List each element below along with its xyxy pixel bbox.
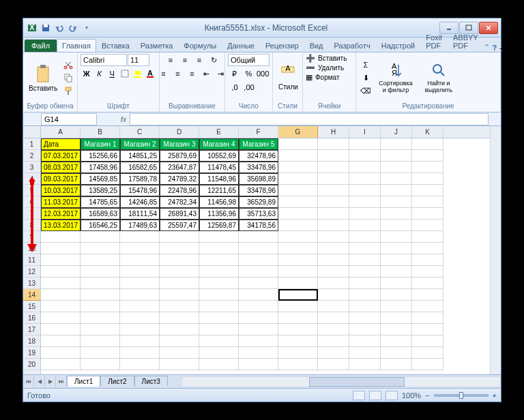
cell[interactable] [239, 312, 278, 324]
cell[interactable] [318, 359, 349, 370]
cell[interactable] [412, 324, 443, 335]
bold-icon[interactable]: Ж [81, 68, 93, 80]
inc-decimal-icon[interactable]: ,0 [228, 81, 242, 93]
cell[interactable] [318, 162, 349, 173]
cell[interactable] [160, 243, 199, 254]
excel-icon[interactable]: X [26, 22, 38, 34]
cell[interactable] [278, 231, 318, 243]
cell[interactable] [81, 231, 120, 243]
cell[interactable] [381, 289, 412, 301]
column-header[interactable]: J [381, 126, 412, 138]
cell[interactable] [318, 173, 349, 185]
tab-insert[interactable]: Вставка [96, 39, 135, 52]
cell[interactable]: 13589,25 [81, 185, 120, 196]
cell[interactable]: 16582,65 [120, 162, 160, 173]
column-header[interactable]: G [278, 126, 318, 138]
cell[interactable] [278, 359, 318, 370]
cell[interactable] [278, 162, 318, 173]
cell[interactable] [318, 185, 349, 196]
cell[interactable]: Магазин 4 [199, 138, 239, 150]
dec-decimal-icon[interactable]: ,00 [242, 81, 256, 93]
cell[interactable] [239, 243, 278, 254]
cell[interactable] [278, 335, 318, 347]
cell[interactable]: 13.03.2017 [41, 220, 81, 231]
cell[interactable] [318, 278, 349, 289]
cell[interactable] [160, 301, 199, 312]
doc-close-icon[interactable]: ✕ [516, 43, 522, 52]
align-top-icon[interactable]: ≡ [164, 54, 177, 66]
cell[interactable]: 36529,89 [239, 196, 278, 208]
cell[interactable] [120, 231, 160, 243]
cell[interactable] [81, 312, 120, 324]
cell[interactable]: 33478,96 [239, 162, 278, 173]
cell[interactable] [239, 301, 278, 312]
cell[interactable] [381, 359, 412, 370]
cell[interactable] [412, 289, 443, 301]
cell[interactable] [412, 138, 443, 150]
cell[interactable] [41, 335, 81, 347]
cell[interactable] [349, 289, 381, 301]
cell[interactable] [412, 312, 443, 324]
cell[interactable] [81, 289, 120, 301]
cell[interactable] [318, 138, 349, 150]
cell[interactable] [349, 359, 381, 370]
number-format-combo[interactable]: Общий [228, 54, 270, 66]
cell[interactable] [412, 220, 443, 231]
cell[interactable] [381, 254, 412, 266]
cell[interactable] [412, 185, 443, 196]
cell[interactable]: 14569,85 [81, 173, 120, 185]
underline-icon[interactable]: Ч [106, 68, 118, 80]
cell[interactable] [349, 347, 381, 359]
cell[interactable] [81, 243, 120, 254]
font-name-combo[interactable]: Calibri [81, 54, 127, 66]
currency-icon[interactable]: ₽ [228, 68, 242, 80]
cell[interactable] [239, 324, 278, 335]
cell[interactable] [160, 359, 199, 370]
cell[interactable] [381, 162, 412, 173]
cell[interactable] [278, 185, 318, 196]
align-bot-icon[interactable]: ≡ [192, 54, 206, 66]
cell[interactable]: 11478,45 [199, 162, 239, 173]
cell[interactable]: 15256,66 [81, 150, 120, 162]
worksheet-grid[interactable]: 1234567891011121314151617181920 ABCDEFGH… [23, 126, 501, 374]
fx-icon[interactable]: fx [117, 115, 130, 123]
autosum-icon[interactable]: Σ [359, 59, 373, 71]
cell[interactable] [199, 254, 239, 266]
cell[interactable] [381, 266, 412, 278]
cell[interactable]: 26891,43 [160, 208, 199, 220]
tab-developer[interactable]: Разработч [329, 39, 376, 52]
sheet-nav-first-icon[interactable]: ⏮ [23, 376, 34, 388]
tab-review[interactable]: Рецензир [260, 39, 304, 52]
cell[interactable] [120, 243, 160, 254]
row-header[interactable]: 14 [23, 289, 40, 301]
cell[interactable] [278, 150, 318, 162]
cell[interactable] [349, 208, 381, 220]
cell[interactable] [412, 278, 443, 289]
row-header[interactable]: 15 [23, 301, 40, 312]
cell[interactable]: 14851,25 [120, 150, 160, 162]
sheet-tab[interactable]: Лист2 [100, 376, 134, 387]
cell[interactable]: 33478,96 [239, 185, 278, 196]
cell[interactable] [239, 278, 278, 289]
cell[interactable] [239, 335, 278, 347]
save-icon[interactable] [40, 22, 52, 34]
cell[interactable] [239, 359, 278, 370]
cell[interactable] [318, 150, 349, 162]
align-right-icon[interactable]: ≡ [186, 68, 199, 80]
column-header[interactable]: B [81, 126, 120, 138]
row-header[interactable]: 13 [23, 278, 40, 289]
cell[interactable]: 11548,96 [199, 173, 239, 185]
cell[interactable] [412, 150, 443, 162]
cell[interactable] [160, 324, 199, 335]
cell[interactable] [318, 208, 349, 220]
cell[interactable] [120, 324, 160, 335]
cell[interactable] [412, 347, 443, 359]
cell[interactable] [199, 335, 239, 347]
cell[interactable] [199, 243, 239, 254]
column-header[interactable]: H [318, 126, 349, 138]
row-header[interactable]: 17 [23, 324, 40, 335]
font-color-icon[interactable]: A [144, 68, 156, 80]
cell[interactable] [381, 231, 412, 243]
column-header[interactable]: A [41, 126, 81, 138]
cell[interactable]: 09.03.2017 [41, 173, 81, 185]
